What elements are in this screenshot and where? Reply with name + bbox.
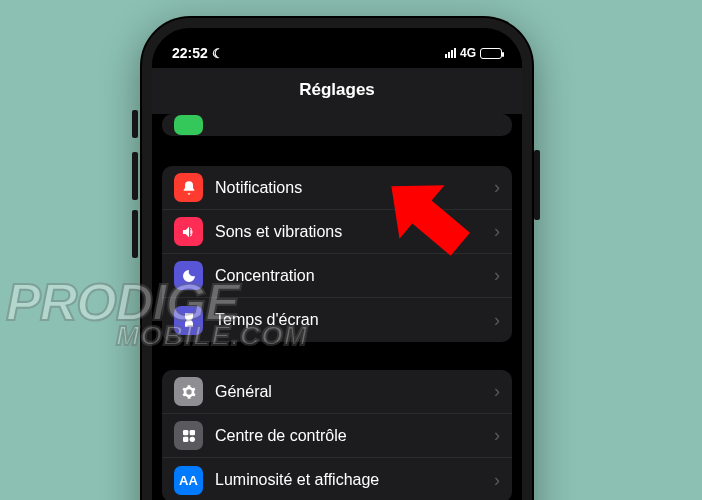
settings-row-label: Temps d'écran bbox=[215, 311, 494, 329]
settings-row-screentime[interactable]: Temps d'écran › bbox=[162, 298, 512, 342]
chevron-right-icon: › bbox=[494, 265, 500, 286]
notifications-icon bbox=[174, 173, 203, 202]
focus-icon bbox=[174, 261, 203, 290]
settings-row-label: Général bbox=[215, 383, 494, 401]
page-title: Réglages bbox=[152, 68, 522, 114]
settings-row-label: Concentration bbox=[215, 267, 494, 285]
screentime-icon bbox=[174, 306, 203, 335]
display-icon: AA bbox=[174, 466, 203, 495]
screen: 22:52 ☾ 4G Réglages Notifications bbox=[152, 28, 522, 500]
svg-rect-2 bbox=[183, 436, 188, 441]
settings-group: Général › Centre de contrôle › AA Lumino… bbox=[162, 370, 512, 500]
sounds-icon bbox=[174, 217, 203, 246]
general-icon bbox=[174, 377, 203, 406]
do-not-disturb-icon: ☾ bbox=[212, 46, 224, 61]
settings-row-display[interactable]: AA Luminosité et affichage › bbox=[162, 458, 512, 500]
phone-volume-up bbox=[132, 152, 138, 200]
svg-point-3 bbox=[189, 436, 194, 441]
network-label: 4G bbox=[460, 46, 476, 60]
settings-row-label: Luminosité et affichage bbox=[215, 471, 494, 489]
signal-icon bbox=[445, 48, 456, 58]
chevron-right-icon: › bbox=[494, 310, 500, 331]
settings-row-notifications[interactable]: Notifications › bbox=[162, 166, 512, 210]
svg-rect-0 bbox=[183, 430, 188, 435]
chevron-right-icon: › bbox=[494, 425, 500, 446]
settings-group-partial bbox=[162, 114, 512, 136]
settings-row-general[interactable]: Général › bbox=[162, 370, 512, 414]
status-time: 22:52 bbox=[172, 45, 208, 61]
chevron-right-icon: › bbox=[494, 221, 500, 242]
settings-row-focus[interactable]: Concentration › bbox=[162, 254, 512, 298]
battery-icon bbox=[480, 48, 502, 59]
settings-group: Notifications › Sons et vibrations › Con… bbox=[162, 166, 512, 342]
phone-power-button bbox=[534, 150, 540, 220]
phone-volume-down bbox=[132, 210, 138, 258]
settings-row-sounds[interactable]: Sons et vibrations › bbox=[162, 210, 512, 254]
phone-frame: 22:52 ☾ 4G Réglages Notifications bbox=[142, 18, 532, 500]
chevron-right-icon: › bbox=[494, 177, 500, 198]
settings-row-icon bbox=[174, 115, 203, 135]
control-center-icon bbox=[174, 421, 203, 450]
notch bbox=[257, 28, 417, 56]
settings-row-label: Notifications bbox=[215, 179, 494, 197]
settings-row-control-center[interactable]: Centre de contrôle › bbox=[162, 414, 512, 458]
settings-row-label: Sons et vibrations bbox=[215, 223, 494, 241]
settings-row-label: Centre de contrôle bbox=[215, 427, 494, 445]
svg-rect-1 bbox=[189, 430, 194, 435]
phone-side-button bbox=[132, 110, 138, 138]
chevron-right-icon: › bbox=[494, 470, 500, 491]
chevron-right-icon: › bbox=[494, 381, 500, 402]
